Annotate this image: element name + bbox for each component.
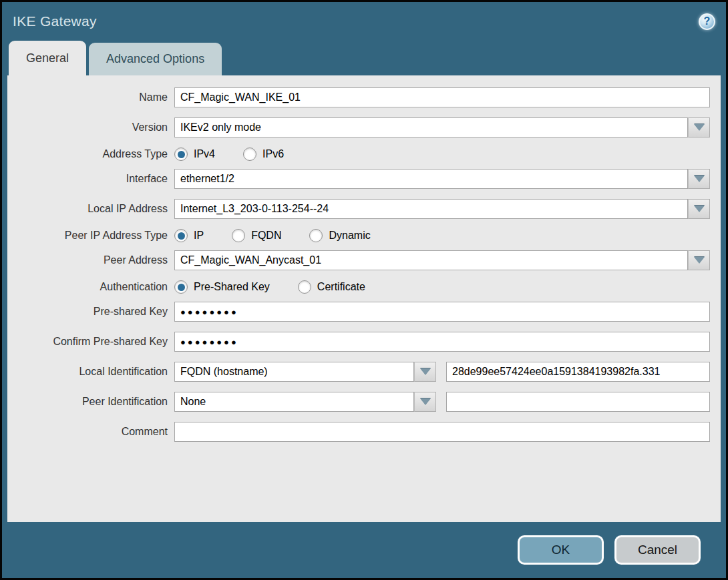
radio-certificate[interactable]: Certificate — [298, 280, 365, 294]
pre-shared-key-input[interactable] — [174, 302, 710, 322]
row-comment: Comment — [7, 422, 710, 442]
local-ip-label: Local IP Address — [7, 203, 174, 215]
peer-identification-label: Peer Identification — [7, 396, 174, 408]
local-ip-input[interactable] — [174, 199, 688, 219]
peer-identification-type-combo — [174, 392, 436, 412]
name-label: Name — [7, 91, 174, 103]
peer-identification-type-input[interactable] — [174, 392, 414, 412]
help-icon[interactable]: ? — [699, 13, 715, 30]
comment-input[interactable] — [174, 422, 710, 442]
row-peer-ip-type: Peer IP Address Type IP FQDN Dynamic — [7, 229, 710, 242]
peer-identification-value-input[interactable] — [446, 392, 710, 412]
title-bar: IKE Gateway ? — [2, 2, 726, 41]
row-peer-identification: Peer Identification — [7, 392, 710, 412]
row-confirm-pre-shared-key: Confirm Pre-shared Key — [7, 332, 710, 352]
comment-label: Comment — [7, 426, 174, 438]
tab-general[interactable]: General — [9, 41, 86, 75]
peer-address-combo — [174, 250, 710, 270]
ok-button[interactable]: OK — [518, 535, 604, 565]
radio-ipv4-circle[interactable] — [174, 148, 188, 161]
row-pre-shared-key: Pre-shared Key — [7, 302, 710, 322]
tab-advanced-options-label: Advanced Options — [106, 52, 204, 66]
chevron-down-icon — [420, 398, 431, 405]
radio-peer-fqdn-circle[interactable] — [232, 229, 245, 242]
version-label: Version — [7, 121, 174, 133]
radio-pre-shared-key[interactable]: Pre-Shared Key — [174, 280, 270, 294]
local-identification-type-combo — [174, 362, 436, 382]
general-tab-panel: Name Version Address Type — [7, 75, 721, 522]
chevron-down-icon — [694, 206, 705, 212]
peer-ip-type-label: Peer IP Address Type — [7, 230, 174, 242]
ike-gateway-dialog: IKE Gateway ? General Advanced Options N… — [0, 0, 728, 580]
row-interface: Interface — [7, 169, 710, 189]
radio-peer-ip[interactable]: IP — [174, 229, 204, 242]
row-authentication: Authentication Pre-Shared Key Certificat… — [7, 280, 710, 294]
radio-certificate-label: Certificate — [317, 281, 365, 293]
radio-peer-ip-label: IP — [194, 230, 204, 242]
radio-certificate-circle[interactable] — [298, 280, 311, 294]
version-input[interactable] — [174, 117, 688, 137]
radio-peer-dynamic-circle[interactable] — [309, 229, 323, 242]
radio-pre-shared-key-label: Pre-Shared Key — [194, 281, 270, 293]
tab-general-label: General — [26, 51, 69, 65]
radio-peer-fqdn-label: FQDN — [251, 230, 281, 242]
local-identification-type-input[interactable] — [174, 362, 414, 382]
radio-pre-shared-key-circle[interactable] — [174, 280, 188, 294]
radio-peer-ip-circle[interactable] — [174, 229, 188, 242]
peer-address-dropdown-button[interactable] — [688, 250, 710, 270]
tab-strip: General Advanced Options — [2, 41, 726, 75]
radio-peer-fqdn[interactable]: FQDN — [232, 229, 281, 242]
version-dropdown-button[interactable] — [688, 117, 710, 137]
row-peer-address: Peer Address — [7, 250, 710, 270]
peer-identification-dropdown-button[interactable] — [414, 392, 436, 412]
row-name: Name — [7, 87, 710, 107]
name-input[interactable] — [174, 87, 710, 107]
local-identification-value-input[interactable] — [446, 362, 710, 382]
peer-address-input[interactable] — [174, 250, 688, 270]
confirm-pre-shared-key-label: Confirm Pre-shared Key — [7, 336, 174, 348]
interface-input[interactable] — [174, 169, 688, 189]
local-identification-dropdown-button[interactable] — [414, 362, 436, 382]
peer-address-label: Peer Address — [7, 254, 174, 266]
authentication-label: Authentication — [7, 281, 174, 293]
local-identification-label: Local Identification — [7, 366, 174, 378]
footer-bar: OK Cancel — [2, 522, 726, 578]
interface-combo — [174, 169, 710, 189]
chevron-down-icon — [694, 257, 705, 264]
interface-label: Interface — [7, 173, 174, 185]
radio-ipv4-label: IPv4 — [194, 148, 215, 160]
chevron-down-icon — [694, 176, 705, 182]
version-combo — [174, 117, 710, 137]
tab-advanced-options[interactable]: Advanced Options — [89, 43, 222, 75]
row-local-identification: Local Identification — [7, 362, 710, 382]
chevron-down-icon — [694, 124, 705, 131]
confirm-pre-shared-key-input[interactable] — [174, 332, 710, 352]
radio-peer-dynamic[interactable]: Dynamic — [309, 229, 370, 242]
interface-dropdown-button[interactable] — [688, 169, 710, 189]
row-version: Version — [7, 117, 710, 137]
radio-ipv6-label: IPv6 — [262, 148, 284, 160]
chevron-down-icon — [420, 368, 431, 375]
row-address-type: Address Type IPv4 IPv6 — [7, 148, 710, 161]
radio-ipv6[interactable]: IPv6 — [243, 148, 284, 161]
radio-ipv4[interactable]: IPv4 — [174, 148, 215, 161]
row-local-ip: Local IP Address — [7, 199, 710, 219]
pre-shared-key-label: Pre-shared Key — [7, 306, 174, 318]
address-type-label: Address Type — [7, 148, 174, 160]
radio-peer-dynamic-label: Dynamic — [329, 230, 370, 242]
radio-ipv6-circle[interactable] — [243, 148, 256, 161]
local-ip-dropdown-button[interactable] — [688, 199, 710, 219]
dialog-title: IKE Gateway — [13, 13, 97, 29]
cancel-button[interactable]: Cancel — [614, 535, 701, 565]
local-ip-combo — [174, 199, 710, 219]
